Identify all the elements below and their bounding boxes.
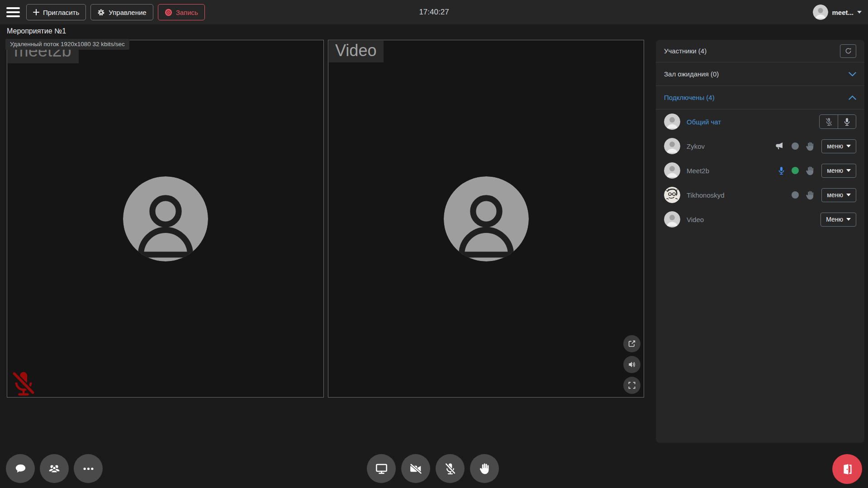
manage-button-label: Управление: [109, 9, 146, 16]
waiting-room-section[interactable]: Зал ожидания (0): [656, 62, 864, 86]
chevron-down-icon: [849, 72, 856, 76]
hand-icon: [479, 463, 490, 474]
people-icon: [49, 464, 60, 473]
exit-door-icon: [841, 463, 854, 475]
participant-name: Tikhonoskyd: [687, 191, 792, 199]
hand-icon: [806, 142, 814, 151]
tile-controls: [623, 335, 640, 394]
fullscreen-icon: [628, 382, 636, 389]
caret-down-icon: [846, 145, 851, 147]
status-dot-gray: [792, 191, 799, 199]
muted-mic-icon: [12, 370, 35, 396]
meeting-app: Пригласить Управление Запись 17:40:27 me…: [0, 0, 868, 488]
chevron-down-icon: [857, 11, 862, 14]
participant-row-zykov: Zykov меню: [656, 134, 864, 158]
user-menu[interactable]: meet...: [813, 5, 862, 20]
waiting-room-label: Зал ожидания (0): [664, 70, 719, 78]
stream-stats-tooltip: Удаленный поток 1920x1080 32 kbits/sec: [5, 39, 129, 50]
tile-name-label: Video: [329, 41, 384, 62]
avatar-photo: [664, 187, 680, 203]
avatar: [664, 138, 680, 154]
gear-icon: [97, 9, 105, 16]
connected-section[interactable]: Подключены (4): [656, 86, 864, 109]
leave-meeting-button[interactable]: [832, 454, 862, 484]
hand-icon: [806, 166, 814, 175]
refresh-icon: [845, 47, 852, 54]
chat-bubble-icon: [15, 464, 26, 474]
avatar: [664, 114, 680, 130]
mic-toggle-button[interactable]: [436, 454, 465, 483]
unmute-all-button[interactable]: [838, 115, 856, 128]
participant-row-meet2b: Meet2b меню: [656, 158, 864, 183]
monitor-icon: [376, 464, 387, 474]
participant-name: Общий чат: [687, 118, 812, 126]
participant-name: Meet2b: [687, 167, 778, 175]
camera-off-icon: [410, 464, 422, 474]
plus-icon: [33, 9, 39, 15]
more-options-button[interactable]: [74, 454, 103, 483]
participants-header: Участники (4): [656, 40, 864, 62]
participants-panel: Участники (4) Зал ожидания (0) Подключен…: [656, 40, 864, 443]
page-title: Мероприятие №1: [7, 27, 66, 35]
avatar: [664, 162, 680, 179]
participant-menu-button[interactable]: Меню: [821, 213, 856, 227]
participants-title: Участники (4): [664, 47, 707, 55]
mute-all-button[interactable]: [820, 115, 838, 128]
refresh-participants-button[interactable]: [840, 44, 856, 58]
participant-name: Video: [687, 216, 813, 223]
video-tile-meet2b[interactable]: meet2b: [7, 40, 324, 398]
top-bar: Пригласить Управление Запись 17:40:27 me…: [0, 0, 868, 24]
menu-button-label: Меню: [826, 216, 843, 223]
menu-button-label: меню: [827, 167, 843, 174]
menu-button-label: меню: [827, 142, 843, 150]
status-dot-gray: [792, 142, 799, 150]
user-menu-label: meet...: [832, 9, 854, 16]
invite-button[interactable]: Пригласить: [26, 4, 86, 20]
participant-menu-button[interactable]: меню: [821, 188, 856, 202]
participant-status-icons: [778, 166, 814, 175]
camera-toggle-button[interactable]: [401, 454, 430, 483]
participant-status-icons: [792, 190, 814, 200]
menu-button-label: меню: [827, 191, 843, 199]
mic-muted-icon: [825, 118, 832, 126]
hamburger-menu-icon[interactable]: [6, 7, 20, 17]
participant-avatar-placeholder: [123, 176, 208, 261]
video-tile-video[interactable]: Video: [328, 40, 644, 398]
connected-label: Подключены (4): [664, 94, 715, 101]
open-in-new-window-button[interactable]: [623, 335, 640, 352]
record-button[interactable]: Запись: [158, 4, 205, 20]
caret-down-icon: [846, 169, 851, 172]
screen-share-button[interactable]: [367, 454, 396, 483]
mic-off-icon: [445, 463, 455, 475]
invite-button-label: Пригласить: [43, 9, 79, 16]
avatar: [664, 211, 680, 227]
caret-down-icon: [846, 218, 851, 221]
caret-down-icon: [846, 194, 851, 196]
fullscreen-button[interactable]: [623, 377, 640, 394]
record-icon: [165, 9, 172, 16]
participant-name: Zykov: [687, 142, 775, 150]
global-mic-toggle-group: [819, 114, 856, 129]
user-avatar: [813, 5, 828, 20]
chevron-up-icon: [849, 95, 856, 100]
external-link-icon: [628, 340, 636, 347]
hand-icon: [806, 190, 814, 200]
chat-button[interactable]: [6, 454, 35, 483]
status-dot-green: [792, 167, 799, 174]
participants-button[interactable]: [40, 454, 69, 483]
mic-icon: [844, 118, 850, 126]
record-button-label: Запись: [176, 9, 198, 16]
speaker-icon: [628, 361, 636, 368]
participant-row-tikhonoskyd: Tikhonoskyd меню: [656, 183, 864, 207]
participant-menu-button[interactable]: меню: [821, 139, 856, 153]
participant-status-icons: [775, 142, 814, 151]
volume-button[interactable]: [623, 356, 640, 373]
participant-avatar-placeholder: [444, 176, 529, 261]
manage-button[interactable]: Управление: [90, 4, 153, 20]
megaphone-icon: [775, 142, 785, 150]
mic-active-icon: [778, 166, 785, 175]
ellipsis-icon: [83, 467, 94, 470]
raise-hand-button[interactable]: [470, 454, 499, 483]
participant-menu-button[interactable]: меню: [821, 164, 856, 178]
participant-row-video: Video Меню: [656, 207, 864, 232]
